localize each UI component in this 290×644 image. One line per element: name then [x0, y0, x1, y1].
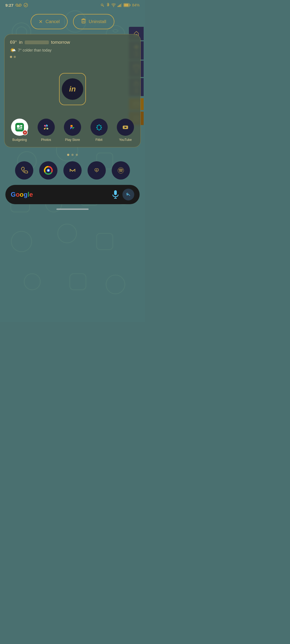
svg-point-26: [16, 4, 18, 6]
svg-point-27: [19, 4, 21, 6]
svg-rect-35: [119, 5, 119, 7]
svg-point-60: [97, 125, 98, 127]
dock: [0, 156, 145, 182]
key-icon: [100, 3, 105, 7]
weather-in: in: [19, 40, 23, 45]
svg-rect-47: [20, 127, 22, 128]
linkedin-text: in: [69, 85, 76, 93]
dock-phone[interactable]: [15, 161, 33, 180]
dock-chrome[interactable]: [39, 161, 57, 180]
svg-rect-88: [114, 190, 117, 195]
google-g: Google: [11, 191, 33, 198]
youtube-label: YouTube: [119, 138, 132, 142]
status-bar: 9:27: [0, 0, 145, 9]
svg-rect-46: [20, 125, 22, 126]
dock-spotify[interactable]: [112, 161, 130, 180]
budgeting-label: Budgeting: [12, 138, 27, 142]
weather-widget: 69° in tomorrow 🌤️ 7° colder than today: [10, 40, 135, 58]
svg-rect-41: [82, 20, 85, 23]
svg-point-55: [100, 127, 102, 128]
task-icon: [24, 3, 28, 7]
weather-temp: 69°: [10, 40, 17, 45]
svg-point-33: [113, 6, 114, 7]
svg-point-23: [106, 275, 125, 294]
svg-point-59: [96, 127, 97, 128]
voice-search-icon[interactable]: [112, 190, 119, 199]
cancel-icon: ✕: [39, 19, 43, 25]
voicemail-icon: [16, 3, 21, 7]
app-item-youtube[interactable]: YouTube: [117, 119, 134, 142]
svg-rect-22: [70, 274, 86, 290]
trash-icon: [81, 18, 86, 25]
svg-rect-36: [120, 4, 121, 7]
svg-rect-34: [118, 6, 118, 7]
weather-time: tomorrow: [51, 40, 70, 45]
popup-card: 69° in tomorrow 🌤️ 7° colder than today …: [4, 34, 141, 147]
page-indicator: [0, 154, 145, 156]
nav-indicator: [0, 204, 145, 212]
app-item-photos[interactable]: Photos: [38, 119, 55, 142]
app-item-budgeting[interactable]: Budgeting: [11, 119, 28, 142]
linkedin-icon-wrapper: in: [59, 73, 86, 105]
status-time: 9:27: [5, 3, 13, 8]
dock-mic-app[interactable]: [88, 161, 106, 180]
battery-icon: [124, 3, 130, 7]
page-dot-2: [71, 154, 74, 156]
photos-label: Photos: [41, 138, 51, 142]
svg-point-29: [24, 3, 28, 7]
page-dot-3: [76, 154, 78, 156]
uninstall-button[interactable]: Uninstall: [73, 14, 114, 29]
app-item-playstore[interactable]: Play Store: [64, 119, 81, 142]
uninstall-label: Uninstall: [89, 19, 106, 24]
svg-point-54: [100, 125, 101, 127]
svg-point-56: [100, 129, 101, 130]
nav-pill: [56, 208, 89, 210]
youtube-icon: [117, 119, 134, 136]
budgeting-icon: [11, 119, 28, 136]
svg-rect-39: [124, 4, 129, 6]
fitbit-icon: [90, 119, 108, 136]
svg-point-79: [48, 170, 49, 171]
weather-icon: 🌤️: [10, 47, 16, 53]
signal-icon: [118, 3, 122, 7]
playstore-icon: [64, 119, 81, 136]
dot-1: [10, 56, 12, 58]
bluetooth-icon: [106, 3, 110, 8]
svg-point-18: [11, 231, 32, 252]
svg-point-53: [98, 125, 100, 126]
svg-point-21: [24, 274, 40, 290]
svg-rect-20: [97, 233, 113, 250]
app-icons-row: Budgeting Photos: [10, 116, 135, 142]
wifi-icon: [111, 3, 116, 7]
app-item-fitbit[interactable]: Fitbit: [90, 119, 108, 142]
dock-gmail[interactable]: [63, 161, 82, 180]
cancel-button[interactable]: ✕ Cancel: [31, 14, 68, 29]
linkedin-area[interactable]: in: [10, 62, 135, 116]
page-dots: [10, 56, 135, 58]
cancel-label: Cancel: [45, 19, 60, 24]
status-left: 9:27: [5, 3, 28, 8]
svg-rect-45: [17, 125, 20, 128]
weather-location-redacted: [25, 41, 49, 44]
svg-point-50: [45, 126, 47, 128]
svg-rect-48: [17, 128, 22, 129]
svg-point-19: [58, 224, 77, 243]
fitbit-label: Fitbit: [95, 138, 102, 142]
weather-description: 7° colder than today: [18, 48, 52, 52]
budgeting-badge: [22, 130, 28, 135]
dot-2: [14, 56, 16, 58]
lens-icon[interactable]: [122, 189, 134, 200]
photos-icon: [38, 119, 55, 136]
playstore-label: Play Store: [65, 138, 80, 142]
status-right: 84%: [100, 3, 140, 8]
weather-top: 69° in tomorrow: [10, 40, 135, 45]
svg-rect-37: [121, 3, 122, 7]
svg-point-57: [98, 129, 100, 131]
battery-percent: 84%: [132, 3, 140, 7]
linkedin-circle: in: [62, 78, 83, 100]
search-bar[interactable]: Google: [5, 185, 140, 204]
svg-point-58: [97, 129, 98, 130]
page-dot-1: [67, 154, 69, 156]
weather-sub: 🌤️ 7° colder than today: [10, 47, 135, 53]
svg-rect-40: [130, 4, 130, 6]
